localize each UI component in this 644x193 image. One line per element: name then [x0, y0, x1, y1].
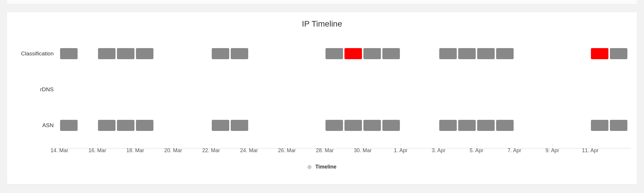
x-axis-tick [439, 143, 439, 146]
timeline-bar[interactable] [231, 48, 248, 59]
y-axis-label: Classification [13, 50, 54, 57]
x-axis-tick [211, 143, 211, 146]
previous-card-edge [7, 0, 637, 4]
timeline-bar[interactable] [344, 48, 362, 59]
timeline-bar[interactable] [212, 120, 229, 131]
timeline-bar[interactable] [60, 48, 78, 59]
x-axis-tick [590, 143, 591, 146]
timeline-bar[interactable] [610, 120, 627, 131]
x-axis-tick-label: 28. Mar [316, 148, 334, 154]
x-axis-tick-label: 14. Mar [50, 148, 68, 154]
timeline-bar[interactable] [477, 120, 495, 131]
x-axis-tick-label: 16. Mar [88, 148, 106, 154]
x-axis-tick-label: 18. Mar [126, 148, 144, 154]
timeline-bar[interactable] [231, 120, 248, 131]
chart-row-classification: Classification [57, 36, 625, 71]
x-axis-tick [552, 143, 553, 146]
timeline-bar[interactable] [610, 48, 627, 59]
timeline-bar[interactable] [591, 48, 608, 59]
x-axis-tick [97, 143, 98, 146]
chart-title: IP Timeline [13, 19, 631, 29]
x-axis-tick-label: 30. Mar [354, 148, 372, 154]
chart-legend: Timeline [13, 164, 631, 170]
timeline-bar[interactable] [382, 48, 400, 59]
timeline-bar[interactable] [212, 48, 229, 59]
timeline-bar[interactable] [496, 120, 514, 131]
timeline-bar[interactable] [117, 120, 134, 131]
x-axis-tick [325, 143, 325, 146]
timeline-bar[interactable] [496, 48, 514, 59]
x-axis-tick [401, 143, 401, 146]
x-axis-tick-label: 3. Apr [432, 148, 445, 154]
legend-marker-icon [307, 165, 312, 169]
chart-row-asn: ASN [57, 107, 625, 143]
timeline-bar[interactable] [363, 120, 381, 131]
timeline-bar[interactable] [326, 48, 343, 59]
chart-row-rdns: rDNS [57, 71, 625, 107]
x-axis-tick-label: 22. Mar [202, 148, 220, 154]
timeline-bar[interactable] [98, 48, 116, 59]
x-axis-tick-label: 1. Apr [394, 148, 407, 154]
timeline-bar[interactable] [363, 48, 381, 59]
timeline-bar[interactable] [477, 48, 495, 59]
x-axis-tick [60, 143, 60, 146]
ip-timeline-card: IP Timeline Classification rDNS ASN 14. … [7, 12, 637, 184]
y-axis-label: rDNS [13, 86, 54, 93]
x-axis-tick [477, 143, 477, 146]
x-axis-tick [135, 143, 136, 146]
x-axis-tick-label: 20. Mar [164, 148, 182, 154]
x-axis-tick-label: 24. Mar [240, 148, 258, 154]
y-axis-label: ASN [13, 122, 54, 129]
timeline-bar[interactable] [98, 120, 116, 131]
x-axis-tick [249, 143, 249, 146]
x-axis: 14. Mar16. Mar18. Mar20. Mar22. Mar24. M… [57, 143, 625, 158]
timeline-bar[interactable] [458, 120, 476, 131]
timeline-bar[interactable] [117, 48, 134, 59]
x-axis-tick-label: 7. Apr [508, 148, 521, 154]
x-axis-tick [173, 143, 174, 146]
timeline-bar[interactable] [60, 120, 78, 131]
timeline-bar[interactable] [439, 48, 457, 59]
x-axis-tick-label: 5. Apr [470, 148, 483, 154]
timeline-bar[interactable] [458, 48, 476, 59]
x-axis-tick-label: 11. Apr [582, 148, 598, 154]
legend-label: Timeline [315, 164, 337, 170]
timeline-bar[interactable] [382, 120, 400, 131]
x-axis-tick [514, 143, 515, 146]
x-axis-tick-label: 26. Mar [278, 148, 296, 154]
timeline-bar[interactable] [136, 120, 153, 131]
chart-plot-area: Classification rDNS ASN [57, 36, 625, 143]
timeline-bar[interactable] [439, 120, 457, 131]
timeline-bar[interactable] [591, 120, 608, 131]
x-axis-tick-label: 9. Apr [545, 148, 559, 154]
x-axis-tick [363, 143, 363, 146]
timeline-bar[interactable] [136, 48, 153, 59]
timeline-bar[interactable] [326, 120, 343, 131]
timeline-bar[interactable] [344, 120, 362, 131]
x-axis-tick [287, 143, 287, 146]
